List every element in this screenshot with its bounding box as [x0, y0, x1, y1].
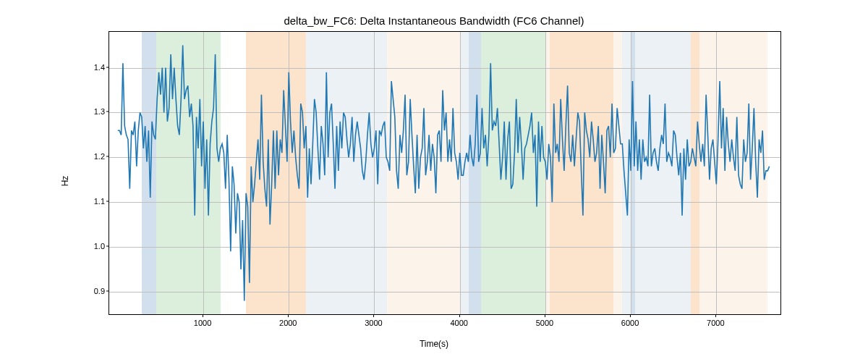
x-tick-label: 6000 [621, 319, 639, 327]
y-axis-label: Hz [60, 176, 70, 187]
x-tick-label: 4000 [450, 319, 467, 327]
y-tick-label: 1.0 [94, 242, 105, 251]
x-axis-label: Time(s) [0, 339, 868, 349]
plot-area [109, 31, 781, 315]
signal-line [109, 32, 780, 314]
x-tick-label: 7000 [707, 319, 724, 327]
y-tick-label: 1.1 [94, 197, 105, 206]
y-tick-label: 1.3 [94, 107, 105, 116]
x-tick-label: 1000 [194, 319, 211, 327]
y-tick-label: 1.4 [94, 63, 105, 72]
chart-container: delta_bw_FC6: Delta Instantaneous Bandwi… [0, 0, 868, 362]
y-tick-label: 0.9 [94, 287, 105, 295]
chart-title: delta_bw_FC6: Delta Instantaneous Bandwi… [0, 14, 868, 27]
x-tick-label: 5000 [536, 319, 553, 327]
x-tick-label: 2000 [279, 319, 297, 327]
y-tick-label: 1.2 [94, 152, 105, 161]
x-tick-label: 3000 [365, 319, 382, 327]
